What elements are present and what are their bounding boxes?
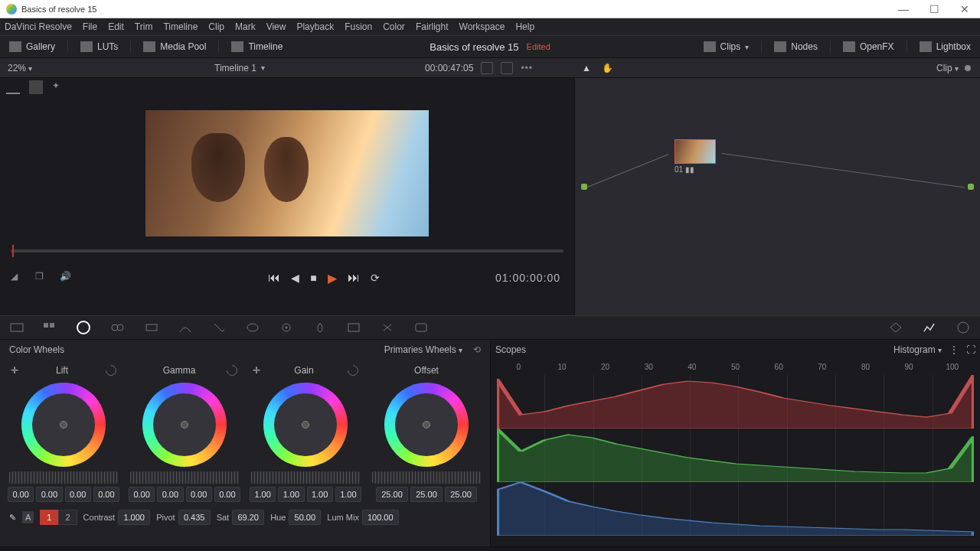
loop-icon[interactable] [481,62,493,74]
gain-color-wheel[interactable] [263,383,348,467]
split-icon[interactable] [29,80,43,94]
luts-button[interactable]: LUTs [71,36,127,57]
menu-clip[interactable]: Clip [208,21,224,32]
lightbox-button[interactable]: Lightbox [910,36,980,57]
more-icon[interactable]: ••• [521,63,533,73]
gain-value-y[interactable]: 1.00 [250,487,276,502]
gain-jog[interactable] [251,471,360,484]
audio-icon[interactable]: 🔊 [60,271,74,285]
picker-icon[interactable]: ◢ [11,271,24,285]
timeline-button[interactable]: Timeline [222,36,292,57]
page-segment[interactable]: 1 2 [40,510,77,525]
zoom-dropdown[interactable]: 22% ▾ [0,63,32,73]
lift-value-r[interactable]: 0.00 [36,487,62,502]
gamma-value-g[interactable]: 0.00 [186,487,212,502]
panel-reset-icon[interactable]: ⟲ [473,344,481,355]
menu-davinci[interactable]: DaVinci Resolve [5,21,72,32]
offset-value-g[interactable]: 25.00 [410,487,443,502]
tracker-icon[interactable] [279,321,294,334]
node-editor[interactable]: 01 ▮▮ [574,78,980,315]
menu-mark[interactable]: Mark [235,21,256,32]
keyframes-icon[interactable] [888,321,903,334]
loop-button[interactable]: ⟳ [371,272,380,284]
offset-color-wheel[interactable] [384,383,469,467]
lift-color-wheel[interactable] [21,383,106,467]
gamma-jog[interactable] [130,471,239,484]
page-1[interactable]: 1 [40,510,58,525]
wand-icon[interactable]: ✦ [52,80,66,94]
gamma-color-wheel[interactable] [142,383,227,467]
lift-value-y[interactable]: 0.00 [8,487,34,502]
nodes-button[interactable]: Nodes [765,36,827,57]
clips-button[interactable]: Clips ▾ [694,36,759,57]
offset-value-b[interactable]: 25.00 [445,487,477,502]
primaries-mode-dropdown[interactable]: Primaries Wheels ▾ [384,344,462,355]
balance-icon[interactable]: ✛ [11,365,18,376]
auto-balance-icon[interactable]: ✎ [9,513,16,523]
awb-icon[interactable]: A [22,511,34,523]
menu-edit[interactable]: Edit [108,21,124,32]
playhead[interactable] [12,245,14,257]
node-input-connector[interactable] [581,184,587,190]
wheel-center-handle[interactable] [302,421,309,429]
menu-view[interactable]: View [266,21,286,32]
gain-value-b[interactable]: 1.00 [335,487,361,502]
viewer-preview[interactable] [0,96,574,249]
sat-value[interactable]: 69.20 [232,510,264,525]
hand-tool-icon[interactable]: ✋ [602,63,613,73]
sizing-icon[interactable] [380,321,395,334]
blur-icon[interactable] [312,321,328,334]
viewer-scrubber[interactable] [11,249,564,253]
node-output-connector[interactable] [968,184,974,190]
gallery-button[interactable]: Gallery [0,36,64,57]
motion-effects-icon[interactable] [144,321,159,334]
offset-jog[interactable] [372,471,481,484]
pointer-tool-icon[interactable]: ▲ [582,63,591,73]
gain-value-r[interactable]: 1.00 [278,487,304,502]
offset-value-r[interactable]: 25.00 [376,487,408,502]
scopes-expand-icon[interactable]: ⛶ [966,344,975,355]
menu-workspace[interactable]: Workspace [459,21,505,32]
clip-dropdown[interactable]: Clip ▾ [936,63,959,73]
menu-file[interactable]: File [83,21,97,32]
minimize-button[interactable]: — [888,3,919,15]
gain-value-g[interactable]: 1.00 [307,487,333,502]
scopes-settings-icon[interactable]: ⋮ [949,344,959,355]
qualifier-icon[interactable] [211,321,227,334]
highlight-icon[interactable] [6,80,20,94]
gamma-value-b[interactable]: 0.00 [214,487,240,502]
menu-timeline[interactable]: Timeline [163,21,198,32]
lift-value-g[interactable]: 0.00 [65,487,91,502]
key-icon[interactable] [346,321,361,334]
lift-value-b[interactable]: 0.00 [93,487,119,502]
contrast-value[interactable]: 1.000 [118,510,150,525]
wheel-center-handle[interactable] [60,421,67,429]
stereo-3d-icon[interactable] [413,321,429,334]
wheel-center-handle[interactable] [181,421,188,429]
gamma-reset-icon[interactable] [224,363,240,378]
wheel-center-handle[interactable] [423,421,430,429]
window-icon[interactable] [245,321,260,334]
menu-playback[interactable]: Playback [296,21,334,32]
color-wheels-icon[interactable] [77,321,92,334]
timeline-name-dropdown[interactable]: Timeline 1▾ [214,63,265,73]
menu-fusion[interactable]: Fusion [345,21,372,32]
pivot-value[interactable]: 0.435 [178,510,211,525]
balance-icon[interactable]: ✛ [253,365,260,376]
info-icon[interactable] [956,321,971,334]
prev-frame-button[interactable]: ◀ [291,272,299,284]
lummix-value[interactable]: 100.00 [362,510,399,525]
next-frame-button[interactable]: ⏭ [348,271,360,285]
gamma-value-y[interactable]: 0.00 [129,487,155,502]
camera-raw-icon[interactable] [9,321,24,334]
openfx-button[interactable]: OpenFX [834,36,903,57]
layers-icon[interactable]: ❒ [35,271,49,285]
menu-trim[interactable]: Trim [135,21,153,32]
menu-color[interactable]: Color [383,21,405,32]
hue-value[interactable]: 50.00 [289,510,321,525]
expand-icon[interactable] [501,62,513,74]
lift-jog[interactable] [9,471,118,484]
color-node[interactable]: 01 ▮▮ [675,139,720,174]
close-button[interactable]: ✕ [949,3,980,15]
scopes-mode-dropdown[interactable]: Histogram ▾ [893,344,942,355]
